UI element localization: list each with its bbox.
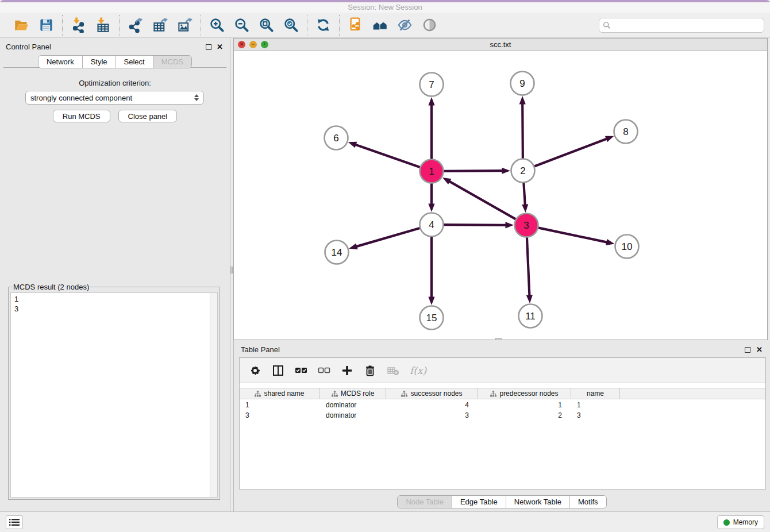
zoom-fit-icon[interactable]: [259, 17, 274, 33]
session-group: [6, 17, 62, 33]
delete-column-trash-icon[interactable]: [364, 364, 376, 377]
table-panel-close-icon[interactable]: ✕: [756, 347, 763, 353]
edge-4-3[interactable]: [442, 225, 506, 225]
tab-mcds[interactable]: MCDS: [153, 56, 191, 68]
edge-arrowhead: [442, 178, 451, 184]
tab-edge-table[interactable]: Edge Table: [452, 496, 506, 508]
table-panel-float-icon[interactable]: [745, 347, 750, 353]
edge-1-6[interactable]: [355, 144, 422, 168]
graph-node-label: 3: [523, 220, 529, 231]
run-mcds-button[interactable]: Run MCDS: [53, 110, 110, 122]
network-minimize-icon[interactable]: −: [249, 41, 257, 48]
zoom-out-icon[interactable]: [234, 17, 249, 33]
edge-arrowhead: [505, 222, 514, 228]
control-panel-title: Control Panel: [6, 43, 51, 51]
zoom-in-icon[interactable]: [209, 17, 225, 33]
deselect-all-columns-icon[interactable]: [318, 364, 330, 377]
show-all-eye-icon[interactable]: [422, 17, 437, 33]
tab-network-table[interactable]: Network Table: [506, 496, 570, 508]
zoom-group: [201, 17, 307, 33]
edge-1-2[interactable]: [442, 171, 503, 171]
column-header-name[interactable]: name: [571, 388, 620, 399]
tab-style[interactable]: Style: [83, 56, 116, 68]
select-all-columns-icon[interactable]: [295, 364, 307, 377]
tab-node-table[interactable]: Node Table: [398, 496, 452, 508]
edge-2-9[interactable]: [522, 103, 523, 160]
criterion-select[interactable]: strongly connected component: [25, 91, 204, 105]
network-graph: 7968124314101511: [234, 51, 767, 340]
export-network-icon[interactable]: [128, 17, 143, 33]
graph-node-label: 15: [426, 313, 437, 323]
export-image-icon[interactable]: [177, 17, 192, 33]
zoom-selected-icon[interactable]: [283, 17, 299, 33]
edge-arrowhead: [428, 97, 434, 106]
node-table: shared nameMCDS rolesuccessor nodesprede…: [240, 388, 765, 420]
table-cell: 1: [240, 400, 320, 410]
criterion-select-value: strongly connected component: [30, 94, 132, 102]
graph-node-label: 10: [622, 241, 633, 252]
graph-node-label: 7: [429, 79, 434, 90]
vertical-split-handle[interactable]: [230, 267, 233, 273]
show-column-panel-icon[interactable]: [272, 364, 284, 377]
close-panel-button[interactable]: Close panel: [118, 110, 178, 122]
network-close-icon[interactable]: ✕: [238, 41, 245, 48]
control-panel-float-icon[interactable]: [206, 44, 211, 50]
edge-arrowhead: [502, 168, 510, 174]
control-panel-close-icon[interactable]: ✕: [217, 44, 223, 50]
task-history-button[interactable]: [6, 515, 23, 529]
column-label: predecessor nodes: [499, 390, 558, 398]
column-hierarchy-icon: [255, 391, 261, 397]
window-title: Session: New Session: [348, 3, 422, 11]
table-cell: dominator: [320, 411, 386, 420]
table-panel-tabs: Node TableEdge TableNetwork TableMotifs: [397, 495, 606, 508]
column-header-successor-nodes[interactable]: successor nodes: [386, 388, 478, 399]
edge-arrowhead: [526, 295, 533, 303]
node-table-rows: 1dominator4113dominator323: [240, 400, 765, 420]
column-hierarchy-icon: [401, 391, 407, 397]
tab-select[interactable]: Select: [116, 56, 153, 68]
result-scrollbar[interactable]: [210, 293, 217, 497]
view-group: [340, 17, 445, 33]
column-header-shared-name[interactable]: shared name: [240, 388, 320, 399]
first-neighbors-icon[interactable]: [372, 17, 388, 33]
column-header-predecessor-nodes[interactable]: predecessor nodes: [478, 388, 571, 399]
edge-2-8[interactable]: [533, 138, 607, 167]
table-cell: 3: [571, 411, 620, 420]
edge-3-10[interactable]: [537, 228, 607, 242]
edge-3-1[interactable]: [449, 181, 517, 220]
edge-arrowhead: [348, 142, 357, 148]
window-titlebar: Session: New Session: [0, 2, 770, 13]
edge-3-11[interactable]: [527, 236, 530, 296]
select-stepper-icon: [194, 94, 199, 101]
mcds-result-box[interactable]: 13: [10, 292, 218, 498]
export-table-icon[interactable]: [152, 17, 168, 33]
memory-status-dot: [723, 519, 730, 526]
table-row[interactable]: 1dominator411: [240, 400, 765, 410]
table-cell: 1: [478, 400, 571, 410]
table-cell: dominator: [320, 400, 386, 410]
table-cell: 3: [386, 411, 478, 420]
memory-button[interactable]: Memory: [717, 515, 764, 529]
network-from-selection-icon[interactable]: [348, 17, 363, 33]
edge-2-3[interactable]: [523, 181, 525, 205]
node-table-box: f(x) shared nameMCDS rolesuccessor nodes…: [239, 357, 766, 489]
import-table-icon[interactable]: [95, 17, 111, 33]
status-bar: Memory: [0, 511, 770, 532]
tab-motifs[interactable]: Motifs: [570, 496, 606, 508]
save-session-icon[interactable]: [38, 17, 54, 33]
import-network-icon[interactable]: [71, 17, 86, 33]
table-panel-header: Table Panel ✕: [234, 344, 770, 356]
search-input[interactable]: [613, 21, 760, 29]
tab-network[interactable]: Network: [38, 56, 83, 68]
hide-selected-eye-icon[interactable]: [397, 17, 413, 33]
network-maximize-icon[interactable]: +: [261, 41, 268, 48]
add-column-icon[interactable]: [341, 364, 353, 377]
open-session-icon[interactable]: [14, 17, 29, 33]
edge-4-14[interactable]: [356, 228, 421, 246]
refresh-icon[interactable]: [315, 17, 331, 33]
table-row[interactable]: 3dominator323: [240, 411, 765, 420]
table-settings-gear-icon[interactable]: [249, 364, 261, 377]
column-header-mcds-role[interactable]: MCDS role: [320, 388, 386, 399]
network-canvas[interactable]: 7968124314101511: [234, 51, 767, 340]
graph-node-label: 14: [332, 247, 342, 258]
